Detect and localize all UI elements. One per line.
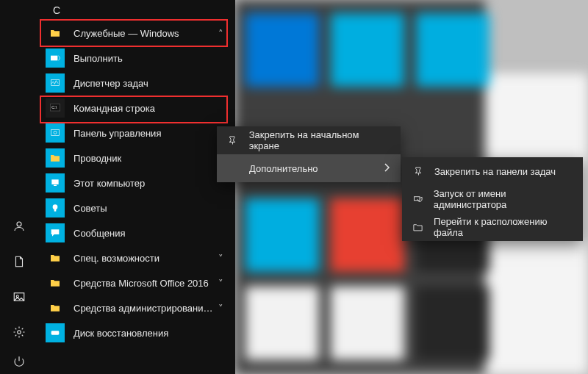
account-icon[interactable]: [3, 210, 35, 242]
chevron-down-icon: ˅: [213, 278, 228, 289]
app-label: Сообщения: [74, 228, 228, 239]
app-tips[interactable]: Советы: [43, 195, 228, 220]
ctx-label: Закрепить на панели задач: [434, 166, 556, 177]
ctx-open-file-location[interactable]: Перейти к расположению файла: [402, 213, 583, 241]
admin-shield-icon: [411, 194, 425, 205]
app-label: Диспетчер задач: [74, 78, 228, 89]
context-submenu: Закрепить на панели задач Запуск от имен…: [402, 157, 583, 241]
folder-open-icon: [411, 222, 425, 233]
this-pc-icon: [46, 173, 65, 193]
start-app-list: С Служебные — Windows ˄ Выполнить: [0, 0, 235, 374]
app-messaging[interactable]: Сообщения: [43, 220, 228, 245]
svg-rect-10: [51, 179, 58, 184]
start-rail: [3, 0, 35, 374]
chevron-down-icon: ˅: [213, 253, 228, 264]
ctx-pin-to-taskbar[interactable]: Закрепить на панели задач: [402, 157, 583, 185]
control-panel-icon: [46, 123, 65, 143]
settings-icon[interactable]: [3, 316, 35, 348]
ctx-label: Запуск от имени администратора: [434, 188, 573, 210]
folder-icon: [46, 298, 65, 317]
svg-point-9: [54, 131, 57, 134]
pin-icon: [226, 135, 240, 146]
ctx-pin-to-start[interactable]: Закрепить на начальном экране: [217, 126, 401, 154]
context-menu: Закрепить на начальном экране Дополнител…: [217, 126, 401, 182]
chevron-right-icon: [384, 163, 390, 174]
ctx-label: Дополнительно: [249, 163, 318, 174]
explorer-icon: [46, 148, 65, 168]
app-control-panel[interactable]: Панель управления: [43, 121, 228, 145]
app-run[interactable]: Выполнить: [43, 46, 228, 71]
svg-point-3: [18, 331, 21, 334]
svg-rect-14: [51, 331, 60, 334]
app-label: Спец. возможности: [74, 253, 213, 264]
messaging-icon: [46, 223, 65, 242]
ctx-more[interactable]: Дополнительно: [217, 154, 401, 182]
app-list: Служебные — Windows ˄ Выполнить Диспетче…: [43, 21, 228, 345]
app-this-pc[interactable]: Этот компьютер: [43, 170, 228, 195]
pictures-icon[interactable]: [3, 281, 35, 313]
tips-icon: [46, 198, 65, 217]
highlight-box-cmd: [40, 96, 228, 123]
pin-icon: [411, 166, 426, 177]
section-letter[interactable]: С: [53, 4, 60, 16]
recovery-drive-icon: [46, 323, 65, 342]
svg-rect-15: [414, 196, 420, 200]
app-label: Средства администрирования…: [74, 303, 214, 314]
app-admin-tools[interactable]: Средства администрирования… ˅: [43, 295, 228, 320]
chevron-down-icon: ˅: [214, 303, 228, 314]
svg-point-12: [53, 204, 58, 209]
power-icon[interactable]: [3, 345, 35, 374]
svg-rect-11: [54, 185, 57, 186]
run-icon: [46, 48, 65, 68]
svg-rect-13: [54, 209, 57, 212]
app-label: Проводник: [74, 153, 228, 164]
app-label: Диск восстановления: [74, 328, 228, 339]
svg-point-0: [17, 222, 21, 226]
folder-icon: [46, 248, 65, 267]
ctx-label: Закрепить на начальном экране: [249, 129, 390, 151]
app-label: Этот компьютер: [74, 178, 228, 189]
app-office-tools[interactable]: Средства Microsoft Office 2016 ˅: [43, 270, 228, 295]
svg-rect-8: [51, 129, 60, 135]
ctx-run-as-admin[interactable]: Запуск от имени администратора: [402, 185, 583, 213]
app-ease-of-access[interactable]: Спец. возможности ˅: [43, 245, 228, 270]
app-label: Панель управления: [74, 128, 228, 139]
documents-icon[interactable]: [3, 245, 35, 278]
taskmgr-icon: [46, 73, 65, 93]
app-label: Советы: [74, 203, 228, 214]
app-label: Выполнить: [74, 53, 228, 64]
folder-icon: [46, 273, 65, 292]
app-label: Средства Microsoft Office 2016: [74, 278, 213, 289]
ctx-label: Перейти к расположению файла: [434, 216, 573, 238]
svg-rect-4: [51, 56, 57, 61]
app-task-manager[interactable]: Диспетчер задач: [43, 71, 228, 96]
app-file-explorer[interactable]: Проводник: [43, 145, 228, 170]
highlight-box-group: [40, 19, 228, 47]
app-recovery-drive[interactable]: Диск восстановления: [43, 320, 228, 345]
